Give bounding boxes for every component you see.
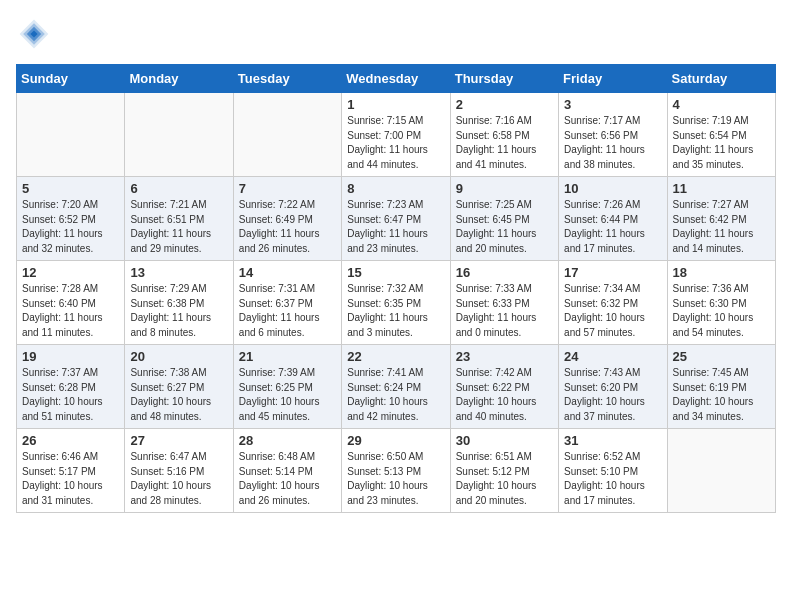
calendar-week-row: 26Sunrise: 6:46 AM Sunset: 5:17 PM Dayli… bbox=[17, 429, 776, 513]
calendar-cell bbox=[667, 429, 775, 513]
day-info: Sunrise: 7:45 AM Sunset: 6:19 PM Dayligh… bbox=[673, 366, 770, 424]
day-number: 30 bbox=[456, 433, 553, 448]
day-number: 2 bbox=[456, 97, 553, 112]
day-number: 12 bbox=[22, 265, 119, 280]
day-info: Sunrise: 7:32 AM Sunset: 6:35 PM Dayligh… bbox=[347, 282, 444, 340]
day-number: 31 bbox=[564, 433, 661, 448]
weekday-header-row: SundayMondayTuesdayWednesdayThursdayFrid… bbox=[17, 65, 776, 93]
calendar-cell: 10Sunrise: 7:26 AM Sunset: 6:44 PM Dayli… bbox=[559, 177, 667, 261]
day-info: Sunrise: 7:39 AM Sunset: 6:25 PM Dayligh… bbox=[239, 366, 336, 424]
calendar-cell: 5Sunrise: 7:20 AM Sunset: 6:52 PM Daylig… bbox=[17, 177, 125, 261]
day-number: 4 bbox=[673, 97, 770, 112]
calendar-cell: 28Sunrise: 6:48 AM Sunset: 5:14 PM Dayli… bbox=[233, 429, 341, 513]
calendar-cell: 17Sunrise: 7:34 AM Sunset: 6:32 PM Dayli… bbox=[559, 261, 667, 345]
calendar-cell: 9Sunrise: 7:25 AM Sunset: 6:45 PM Daylig… bbox=[450, 177, 558, 261]
day-info: Sunrise: 7:33 AM Sunset: 6:33 PM Dayligh… bbox=[456, 282, 553, 340]
day-number: 10 bbox=[564, 181, 661, 196]
day-number: 15 bbox=[347, 265, 444, 280]
calendar-cell bbox=[233, 93, 341, 177]
calendar-cell: 22Sunrise: 7:41 AM Sunset: 6:24 PM Dayli… bbox=[342, 345, 450, 429]
calendar-cell: 16Sunrise: 7:33 AM Sunset: 6:33 PM Dayli… bbox=[450, 261, 558, 345]
day-number: 19 bbox=[22, 349, 119, 364]
calendar-cell bbox=[17, 93, 125, 177]
day-info: Sunrise: 6:46 AM Sunset: 5:17 PM Dayligh… bbox=[22, 450, 119, 508]
weekday-header-friday: Friday bbox=[559, 65, 667, 93]
calendar-cell: 24Sunrise: 7:43 AM Sunset: 6:20 PM Dayli… bbox=[559, 345, 667, 429]
calendar-week-row: 12Sunrise: 7:28 AM Sunset: 6:40 PM Dayli… bbox=[17, 261, 776, 345]
day-info: Sunrise: 7:15 AM Sunset: 7:00 PM Dayligh… bbox=[347, 114, 444, 172]
calendar-cell: 13Sunrise: 7:29 AM Sunset: 6:38 PM Dayli… bbox=[125, 261, 233, 345]
day-number: 25 bbox=[673, 349, 770, 364]
day-number: 9 bbox=[456, 181, 553, 196]
calendar-cell: 11Sunrise: 7:27 AM Sunset: 6:42 PM Dayli… bbox=[667, 177, 775, 261]
calendar-header: SundayMondayTuesdayWednesdayThursdayFrid… bbox=[17, 65, 776, 93]
calendar-cell: 26Sunrise: 6:46 AM Sunset: 5:17 PM Dayli… bbox=[17, 429, 125, 513]
day-info: Sunrise: 6:47 AM Sunset: 5:16 PM Dayligh… bbox=[130, 450, 227, 508]
calendar-cell: 29Sunrise: 6:50 AM Sunset: 5:13 PM Dayli… bbox=[342, 429, 450, 513]
page-header bbox=[16, 16, 776, 52]
calendar-cell: 19Sunrise: 7:37 AM Sunset: 6:28 PM Dayli… bbox=[17, 345, 125, 429]
calendar-cell: 14Sunrise: 7:31 AM Sunset: 6:37 PM Dayli… bbox=[233, 261, 341, 345]
day-number: 11 bbox=[673, 181, 770, 196]
day-number: 28 bbox=[239, 433, 336, 448]
calendar-cell: 6Sunrise: 7:21 AM Sunset: 6:51 PM Daylig… bbox=[125, 177, 233, 261]
weekday-header-saturday: Saturday bbox=[667, 65, 775, 93]
calendar-cell: 3Sunrise: 7:17 AM Sunset: 6:56 PM Daylig… bbox=[559, 93, 667, 177]
calendar-cell: 31Sunrise: 6:52 AM Sunset: 5:10 PM Dayli… bbox=[559, 429, 667, 513]
calendar-cell: 8Sunrise: 7:23 AM Sunset: 6:47 PM Daylig… bbox=[342, 177, 450, 261]
logo bbox=[16, 16, 58, 52]
day-info: Sunrise: 7:38 AM Sunset: 6:27 PM Dayligh… bbox=[130, 366, 227, 424]
calendar-cell: 23Sunrise: 7:42 AM Sunset: 6:22 PM Dayli… bbox=[450, 345, 558, 429]
day-number: 26 bbox=[22, 433, 119, 448]
day-number: 23 bbox=[456, 349, 553, 364]
calendar-cell: 1Sunrise: 7:15 AM Sunset: 7:00 PM Daylig… bbox=[342, 93, 450, 177]
day-info: Sunrise: 7:34 AM Sunset: 6:32 PM Dayligh… bbox=[564, 282, 661, 340]
weekday-header-monday: Monday bbox=[125, 65, 233, 93]
weekday-header-thursday: Thursday bbox=[450, 65, 558, 93]
day-number: 8 bbox=[347, 181, 444, 196]
calendar-week-row: 5Sunrise: 7:20 AM Sunset: 6:52 PM Daylig… bbox=[17, 177, 776, 261]
day-info: Sunrise: 6:51 AM Sunset: 5:12 PM Dayligh… bbox=[456, 450, 553, 508]
calendar-body: 1Sunrise: 7:15 AM Sunset: 7:00 PM Daylig… bbox=[17, 93, 776, 513]
day-info: Sunrise: 7:36 AM Sunset: 6:30 PM Dayligh… bbox=[673, 282, 770, 340]
weekday-header-sunday: Sunday bbox=[17, 65, 125, 93]
calendar-cell: 7Sunrise: 7:22 AM Sunset: 6:49 PM Daylig… bbox=[233, 177, 341, 261]
calendar-cell: 15Sunrise: 7:32 AM Sunset: 6:35 PM Dayli… bbox=[342, 261, 450, 345]
day-number: 6 bbox=[130, 181, 227, 196]
day-number: 17 bbox=[564, 265, 661, 280]
day-info: Sunrise: 7:25 AM Sunset: 6:45 PM Dayligh… bbox=[456, 198, 553, 256]
day-info: Sunrise: 7:16 AM Sunset: 6:58 PM Dayligh… bbox=[456, 114, 553, 172]
calendar-cell: 4Sunrise: 7:19 AM Sunset: 6:54 PM Daylig… bbox=[667, 93, 775, 177]
weekday-header-tuesday: Tuesday bbox=[233, 65, 341, 93]
day-info: Sunrise: 7:17 AM Sunset: 6:56 PM Dayligh… bbox=[564, 114, 661, 172]
calendar-cell: 27Sunrise: 6:47 AM Sunset: 5:16 PM Dayli… bbox=[125, 429, 233, 513]
calendar-week-row: 19Sunrise: 7:37 AM Sunset: 6:28 PM Dayli… bbox=[17, 345, 776, 429]
day-number: 20 bbox=[130, 349, 227, 364]
calendar-cell: 20Sunrise: 7:38 AM Sunset: 6:27 PM Dayli… bbox=[125, 345, 233, 429]
calendar-cell: 21Sunrise: 7:39 AM Sunset: 6:25 PM Dayli… bbox=[233, 345, 341, 429]
weekday-header-wednesday: Wednesday bbox=[342, 65, 450, 93]
day-info: Sunrise: 7:22 AM Sunset: 6:49 PM Dayligh… bbox=[239, 198, 336, 256]
day-info: Sunrise: 6:50 AM Sunset: 5:13 PM Dayligh… bbox=[347, 450, 444, 508]
day-number: 24 bbox=[564, 349, 661, 364]
day-info: Sunrise: 7:42 AM Sunset: 6:22 PM Dayligh… bbox=[456, 366, 553, 424]
day-number: 21 bbox=[239, 349, 336, 364]
day-number: 29 bbox=[347, 433, 444, 448]
day-info: Sunrise: 7:20 AM Sunset: 6:52 PM Dayligh… bbox=[22, 198, 119, 256]
day-number: 27 bbox=[130, 433, 227, 448]
calendar-cell bbox=[125, 93, 233, 177]
day-info: Sunrise: 7:26 AM Sunset: 6:44 PM Dayligh… bbox=[564, 198, 661, 256]
day-number: 14 bbox=[239, 265, 336, 280]
day-info: Sunrise: 7:23 AM Sunset: 6:47 PM Dayligh… bbox=[347, 198, 444, 256]
day-info: Sunrise: 7:29 AM Sunset: 6:38 PM Dayligh… bbox=[130, 282, 227, 340]
day-info: Sunrise: 7:19 AM Sunset: 6:54 PM Dayligh… bbox=[673, 114, 770, 172]
day-number: 16 bbox=[456, 265, 553, 280]
calendar-week-row: 1Sunrise: 7:15 AM Sunset: 7:00 PM Daylig… bbox=[17, 93, 776, 177]
calendar-table: SundayMondayTuesdayWednesdayThursdayFrid… bbox=[16, 64, 776, 513]
day-info: Sunrise: 7:43 AM Sunset: 6:20 PM Dayligh… bbox=[564, 366, 661, 424]
day-info: Sunrise: 7:31 AM Sunset: 6:37 PM Dayligh… bbox=[239, 282, 336, 340]
day-number: 22 bbox=[347, 349, 444, 364]
calendar-cell: 25Sunrise: 7:45 AM Sunset: 6:19 PM Dayli… bbox=[667, 345, 775, 429]
day-number: 3 bbox=[564, 97, 661, 112]
day-number: 1 bbox=[347, 97, 444, 112]
